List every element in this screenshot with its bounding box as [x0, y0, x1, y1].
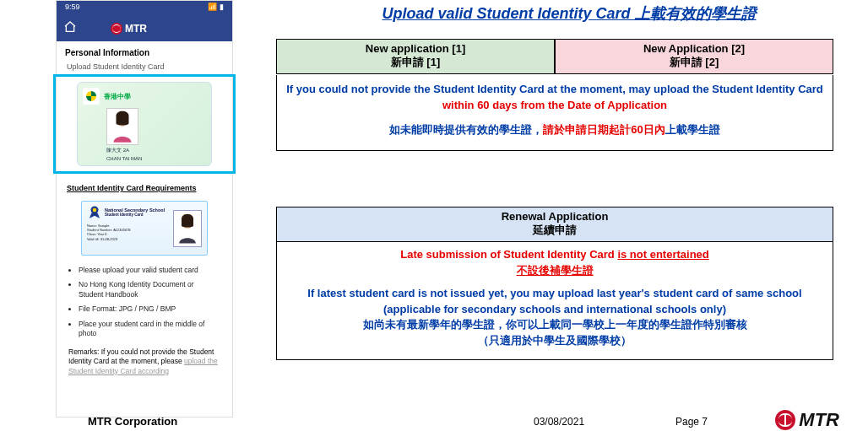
new-app-2-en: New Application [2]	[556, 42, 833, 56]
renewal-l2: 不設後補學生證	[284, 263, 826, 279]
list-item: File Format: JPG / PNG / BMP	[79, 304, 220, 314]
new-body-l2a: 如未能即時提供有效的學生證，	[389, 123, 543, 136]
card-student-name2: CHAN TAI MAN	[106, 156, 206, 161]
mtr-header-logo: MTR	[111, 23, 147, 35]
renewal-body: Late submission of Student Identity Card…	[276, 242, 833, 360]
renewal-l3: If latest student card is not issued yet…	[284, 286, 826, 318]
page-title: Upload valid Student Identity Card 上載有效的…	[287, 3, 851, 24]
phone-time: 9:59	[65, 3, 80, 16]
footer-mtr-logo: MTR	[775, 409, 839, 431]
list-item: Please upload your valid student card	[79, 266, 220, 275]
list-item: No Hong Kong Identity Document or Studen…	[79, 280, 220, 299]
mtr-logo-icon	[775, 410, 795, 430]
new-app-2-zh: 新申請 [2]	[556, 56, 833, 69]
sample-student-face-icon	[173, 210, 202, 247]
new-app-1-header: New application [1] 新申請 [1]	[276, 39, 555, 74]
footer-date: 03/08/2021	[534, 416, 584, 428]
renewal-hdr-en: Renewal Application	[277, 210, 833, 224]
new-application-headers: New application [1] 新申請 [1] New Applicat…	[276, 39, 833, 74]
school-badge-icon	[83, 88, 100, 105]
requirements-list: Please upload your valid student card No…	[57, 261, 232, 339]
remarks-text: Remarks: If you could not provide the St…	[57, 344, 232, 380]
new-application-body: If you could not provide the Student Ide…	[276, 75, 833, 151]
mtr-header-text: MTR	[125, 23, 147, 35]
upload-student-card-area: Upload Student Identity Card 香港中學 陳大文 2A…	[67, 62, 222, 174]
renewal-header: Renewal Application 延續申請	[276, 207, 833, 242]
footer-brand: MTR	[799, 409, 839, 431]
renewal-l4: 如尚未有最新學年的學生證，你可以上載同一學校上一年度的學生證作特別審核	[284, 317, 826, 333]
new-body-l1a: If you could not provide the Student Ide…	[286, 83, 823, 95]
new-app-1-en: New application [1]	[277, 42, 554, 56]
new-body-l2c: 上載學生證	[665, 123, 720, 136]
sample-badge-icon	[87, 205, 102, 220]
home-icon[interactable]	[63, 20, 77, 37]
new-body-l2b: 請於申請日期起計60日內	[543, 123, 665, 136]
list-item: Place your student card in the middle of…	[79, 320, 220, 339]
footer-page: Page 7	[675, 416, 708, 428]
footer-corp: MTR Corporation	[88, 415, 177, 428]
renewal-l1b: is not entertained	[617, 248, 708, 261]
mtr-logo-icon	[111, 23, 122, 35]
new-app-2-header: New Application [2] 新申請 [2]	[555, 39, 833, 74]
svg-point-3	[93, 208, 97, 213]
phone-screenshot: 9:59 📶 ▮ MTR Personal Information Upload…	[56, 0, 233, 418]
phone-status-bar: 9:59 📶 ▮	[57, 1, 232, 16]
renewal-hdr-zh: 延續申請	[277, 224, 833, 237]
requirements-title: Student Identity Card Requirements	[57, 174, 232, 197]
renewal-l1a: Late submission of Student Identity Card	[400, 248, 617, 261]
new-app-1-zh: 新申請 [1]	[277, 56, 554, 69]
student-face-icon	[106, 108, 138, 145]
card-student-name1: 陳大文 2A	[106, 147, 206, 154]
upload-label: Upload Student Identity Card	[67, 62, 222, 71]
sample-card: National Secondary School Student Identi…	[81, 201, 208, 256]
card-preview-highlight: 香港中學 陳大文 2A CHAN TAI MAN	[53, 74, 236, 174]
phone-status-icons: 📶 ▮	[208, 3, 224, 16]
sample-card-sub: Student Identity Card	[105, 213, 165, 217]
sample-meta-valid: Valid till: 31-08-2023	[87, 237, 168, 241]
new-body-l1b: within 60 days from the Date of Applicat…	[442, 99, 667, 111]
renewal-l5: （只適用於中學生及國際學校）	[284, 333, 826, 349]
school-name: 香港中學	[104, 92, 131, 101]
student-card-preview[interactable]: 香港中學 陳大文 2A CHAN TAI MAN	[77, 82, 212, 166]
app-header: MTR	[57, 16, 232, 41]
section-personal-info: Personal Information	[57, 41, 232, 62]
